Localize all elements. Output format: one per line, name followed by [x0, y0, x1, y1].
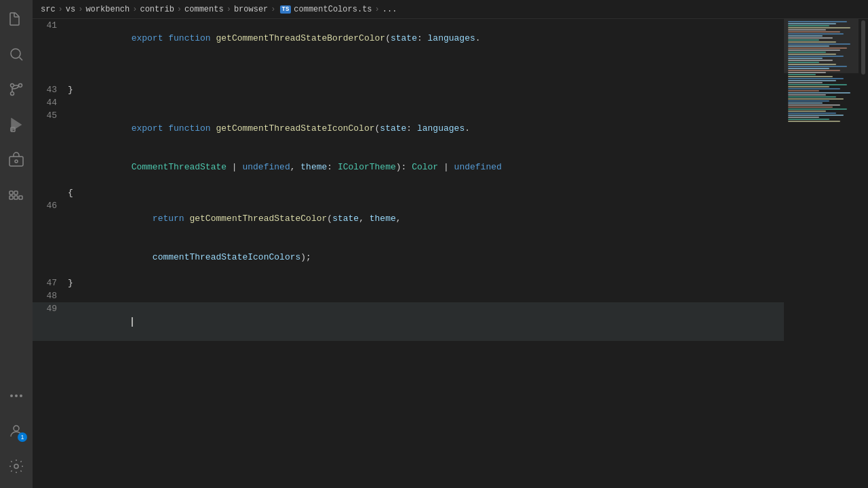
svg-rect-11: [9, 191, 13, 195]
svg-point-16: [14, 426, 19, 431]
sidebar-item-extensions[interactable]: [0, 179, 33, 211]
code-line-41: 41 export function getCommentThreadState…: [33, 19, 784, 58]
settings-icon[interactable]: [0, 450, 33, 483]
breadcrumb-src[interactable]: src: [41, 5, 56, 14]
svg-rect-6: [9, 157, 23, 166]
svg-rect-10: [19, 196, 22, 199]
svg-marker-4: [12, 119, 21, 131]
line-content-45-c1: CommentThreadState | undefined, theme: I…: [68, 148, 784, 186]
line-content-49: [68, 302, 784, 341]
sidebar-item-source-control[interactable]: [0, 73, 33, 106]
code-line-45-cont2: {: [33, 186, 784, 199]
breadcrumb-workbench[interactable]: workbench: [85, 5, 130, 14]
breadcrumb-contrib[interactable]: contrib: [140, 5, 174, 14]
code-line-44: 44: [33, 96, 784, 109]
svg-point-7: [15, 160, 18, 163]
sidebar-item-remote[interactable]: [0, 144, 33, 176]
account-icon[interactable]: 1: [0, 415, 33, 447]
sidebar-item-search[interactable]: [0, 38, 33, 70]
line-content-41: export function getCommentThreadStateBor…: [68, 19, 784, 58]
breadcrumb-more[interactable]: ...: [382, 5, 397, 14]
svg-point-13: [10, 394, 13, 397]
svg-rect-9: [14, 196, 18, 199]
activity-bar-bottom: 1: [0, 380, 33, 488]
svg-point-17: [14, 464, 18, 468]
code-line-49: 49: [33, 302, 784, 341]
code-line-46-cont: commentThreadStateIconColors);: [33, 238, 784, 277]
editor: 41 export function getCommentThreadState…: [33, 19, 868, 488]
line-num-49: 49: [33, 302, 68, 315]
code-line-46: 46 return getCommentThreadStateColor(sta…: [33, 199, 784, 238]
line-content-45-c2: {: [68, 186, 784, 199]
line-content-cont1: [68, 58, 784, 83]
more-button[interactable]: [0, 380, 33, 412]
line-content-46-c: commentThreadStateIconColors);: [68, 238, 784, 277]
line-num-45: 45: [33, 109, 68, 122]
svg-rect-12: [14, 191, 18, 195]
sidebar-item-run-debug[interactable]: [0, 108, 33, 141]
line-content-45: export function getCommentThreadStateIco…: [68, 109, 784, 148]
text-cursor: [132, 317, 133, 327]
svg-point-14: [15, 394, 18, 397]
line-content-47: }: [68, 277, 784, 289]
minimap-visualization: [784, 19, 859, 263]
scrollbar[interactable]: [859, 19, 868, 488]
breadcrumb-vs[interactable]: vs: [66, 5, 75, 14]
breadcrumb-comments[interactable]: comments: [184, 5, 224, 14]
code-area[interactable]: 41 export function getCommentThreadState…: [33, 19, 784, 488]
code-line-45-cont1: CommentThreadState | undefined, theme: I…: [33, 148, 784, 186]
code-line-42-cont: [33, 58, 784, 83]
line-num-48: 48: [33, 289, 68, 302]
notification-badge: 1: [18, 432, 27, 442]
line-content-43: }: [68, 83, 784, 96]
code-line-45: 45 export function getCommentThreadState…: [33, 109, 784, 148]
code-line-43: 43 }: [33, 83, 784, 96]
line-num-44: 44: [33, 96, 68, 109]
svg-point-15: [20, 394, 22, 397]
code-lines: 41 export function getCommentThreadState…: [33, 19, 784, 341]
main-area: src › vs › workbench › contrib › comment…: [33, 0, 868, 488]
svg-point-3: [11, 92, 14, 96]
activity-bar: 1: [0, 0, 33, 488]
sidebar-item-files[interactable]: [0, 3, 33, 35]
line-num-43: 43: [33, 83, 68, 96]
line-num-46: 46: [33, 199, 68, 212]
svg-point-0: [11, 49, 20, 58]
breadcrumb-file[interactable]: commentColors.ts: [280, 5, 372, 14]
line-num-47: 47: [33, 277, 68, 289]
activity-bar-top: [0, 3, 33, 380]
line-num-41: 41: [33, 19, 68, 32]
minimap: [784, 19, 859, 488]
line-content-46: return getCommentThreadStateColor(state,…: [68, 199, 784, 238]
svg-rect-8: [9, 196, 13, 199]
svg-point-1: [11, 84, 14, 87]
breadcrumb: src › vs › workbench › contrib › comment…: [33, 0, 868, 19]
breadcrumb-browser[interactable]: browser: [234, 5, 268, 14]
code-line-48: 48: [33, 289, 784, 302]
code-line-47: 47 }: [33, 277, 784, 289]
